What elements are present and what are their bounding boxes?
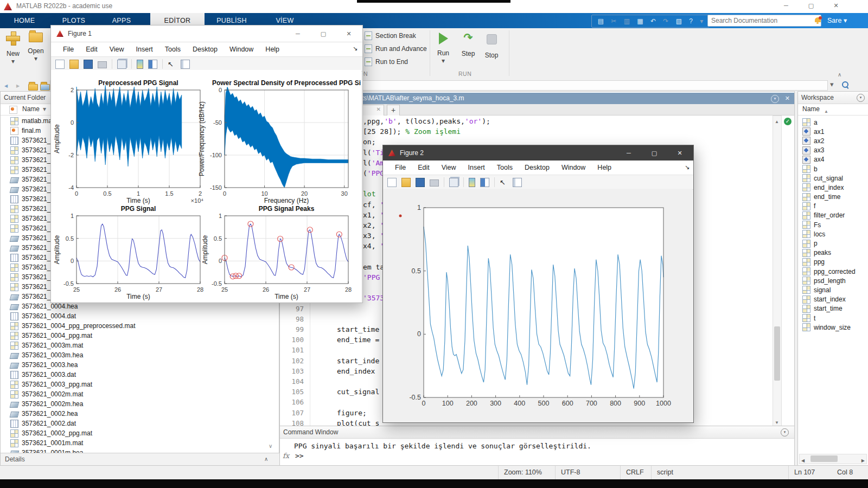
back-icon[interactable] [4, 81, 8, 89]
code-line[interactable]: em ta [363, 262, 384, 272]
tab-close-icon[interactable] [376, 106, 381, 112]
run-button[interactable]: Run [432, 30, 455, 65]
close-button[interactable] [827, 2, 845, 9]
open-file-icon[interactable] [401, 178, 411, 187]
menu-overflow-icon[interactable] [353, 45, 358, 52]
save-figure-icon[interactable] [416, 178, 425, 187]
code-line[interactable]: [25 28]); % Zoom işlemi [363, 126, 461, 137]
cursor-arrow-icon[interactable]: ↖ [168, 60, 176, 68]
figure2-close[interactable] [671, 150, 689, 157]
menu-item[interactable]: View [442, 164, 456, 171]
quick-toolbar-icon[interactable]: ↶ [650, 17, 656, 25]
workspace-horizontal-scrollbar[interactable] [799, 454, 867, 464]
variable-item[interactable]: ax2 [798, 136, 867, 145]
forward-icon[interactable] [16, 81, 20, 89]
variable-item[interactable]: f [798, 202, 867, 211]
quick-toolbar-icon[interactable]: ? [689, 17, 693, 25]
figure1-minimize[interactable] [289, 30, 307, 37]
quick-toolbar-icon[interactable]: ▤ [598, 17, 604, 25]
quick-toolbar-icon[interactable]: ▾ [700, 17, 703, 25]
tab-home[interactable]: HOME [0, 13, 49, 28]
menu-overflow-icon[interactable] [685, 164, 690, 171]
menu-item[interactable]: View [110, 46, 124, 53]
variable-item[interactable]: end_time [798, 192, 867, 202]
legend-icon[interactable] [148, 60, 157, 69]
quick-toolbar-icon[interactable]: ↷ [663, 17, 668, 25]
code-line[interactable]: x3, ' [363, 230, 384, 241]
section-menu-item[interactable]: Run to End [365, 57, 408, 66]
code-line[interactable]: l('Ti [363, 147, 384, 158]
file-item[interactable]: 3573621_0003.hea [1, 360, 266, 370]
new-tab-button[interactable]: + [387, 105, 400, 115]
editor-close-icon[interactable] [785, 93, 790, 104]
menu-item[interactable]: Edit [418, 164, 430, 171]
menu-item[interactable]: Window [229, 46, 253, 53]
variable-item[interactable]: ppg_corrected [798, 267, 867, 276]
code-line[interactable]: cut_signal [337, 387, 379, 397]
code-line[interactable]: on; [363, 137, 375, 147]
figure2-minimize[interactable] [620, 150, 638, 156]
step-button[interactable]: ↷ Step [457, 31, 480, 57]
new-figure-icon[interactable] [387, 178, 397, 187]
variable-item[interactable]: t [798, 313, 867, 323]
menu-item[interactable]: Edit [86, 46, 98, 53]
address-dropdown-icon[interactable] [830, 80, 834, 88]
variable-item[interactable]: start_index [798, 295, 867, 304]
file-item[interactable]: 3573621_0002.dat [1, 419, 266, 428]
stop-button[interactable]: Stop [481, 31, 502, 59]
variable-item[interactable]: signal [798, 285, 867, 294]
menu-item[interactable]: File [395, 164, 406, 171]
variable-item[interactable]: peaks [798, 248, 867, 258]
variable-item[interactable]: ax3 [798, 146, 867, 155]
new-button[interactable]: New [3, 31, 23, 65]
menu-item[interactable]: Desktop [525, 164, 550, 171]
print-figure-icon[interactable] [98, 61, 107, 68]
new-figure-icon[interactable] [55, 60, 65, 69]
workspace-column-header[interactable]: Name [798, 104, 868, 115]
colorbar-icon[interactable] [137, 60, 143, 69]
quick-toolbar-icon[interactable]: ▥ [624, 17, 630, 25]
variable-item[interactable]: a [798, 118, 867, 127]
notification-bell-icon[interactable] [815, 17, 821, 22]
file-item[interactable]: 3573621_0002_ppg.mat [1, 428, 266, 438]
file-item[interactable]: 3573621_0003.dat [1, 370, 266, 380]
figure2-titlebar[interactable]: Figure 2 [383, 145, 693, 160]
code-line[interactable]: ,ppg,'b', t(locs),peaks,'or'); [363, 116, 490, 126]
legend-icon[interactable] [480, 178, 489, 187]
menu-item[interactable]: File [63, 46, 74, 53]
code-line[interactable]: x1, ' [363, 210, 384, 220]
code-line[interactable]: ('PPG [363, 168, 384, 178]
code-line[interactable]: x4, ' [363, 241, 384, 251]
expand-details-icon[interactable] [264, 453, 268, 465]
save-figure-icon[interactable] [84, 60, 93, 69]
code-analyzer-ok-icon[interactable] [784, 118, 792, 125]
editor-vertical-scrollbar[interactable] [773, 115, 782, 427]
cursor-arrow-icon[interactable]: ↖ [500, 178, 508, 187]
variable-item[interactable]: p [798, 239, 867, 248]
menu-item[interactable]: Desktop [193, 46, 218, 53]
link-plot-icon[interactable] [449, 178, 458, 187]
figure1-close[interactable] [340, 30, 358, 37]
section-menu-item[interactable]: Run and Advance [365, 44, 427, 53]
open-button[interactable]: Open [25, 29, 47, 62]
variable-item[interactable]: cut_signal [798, 174, 867, 183]
quick-toolbar-icon[interactable]: ✂ [611, 17, 616, 25]
figure1-maximize[interactable] [314, 30, 333, 37]
minimize-button[interactable] [777, 2, 795, 9]
menu-item[interactable]: Tools [165, 46, 181, 53]
variable-item[interactable]: filter_order [798, 211, 867, 220]
file-item[interactable]: 3573621_0002m.mat [1, 389, 266, 399]
command-prompt[interactable]: >> [295, 452, 304, 460]
variable-item[interactable]: psd_length [798, 276, 867, 285]
file-item[interactable]: 3573621_0004_ppg.mat [1, 331, 266, 341]
menu-item[interactable]: Tools [497, 164, 513, 171]
code-line[interactable]: cf, ' [363, 200, 384, 210]
link-plot-icon[interactable] [117, 60, 126, 69]
variable-item[interactable]: end_index [798, 183, 867, 192]
command-window-menu-icon[interactable] [781, 428, 789, 436]
figure1-titlebar[interactable]: Figure 1 [51, 25, 362, 42]
code-line[interactable]: 'PPG [363, 272, 380, 282]
code-line[interactable]: start_inde [337, 356, 379, 366]
menu-item[interactable]: Insert [136, 46, 153, 53]
code-line[interactable]: lot [363, 189, 375, 199]
